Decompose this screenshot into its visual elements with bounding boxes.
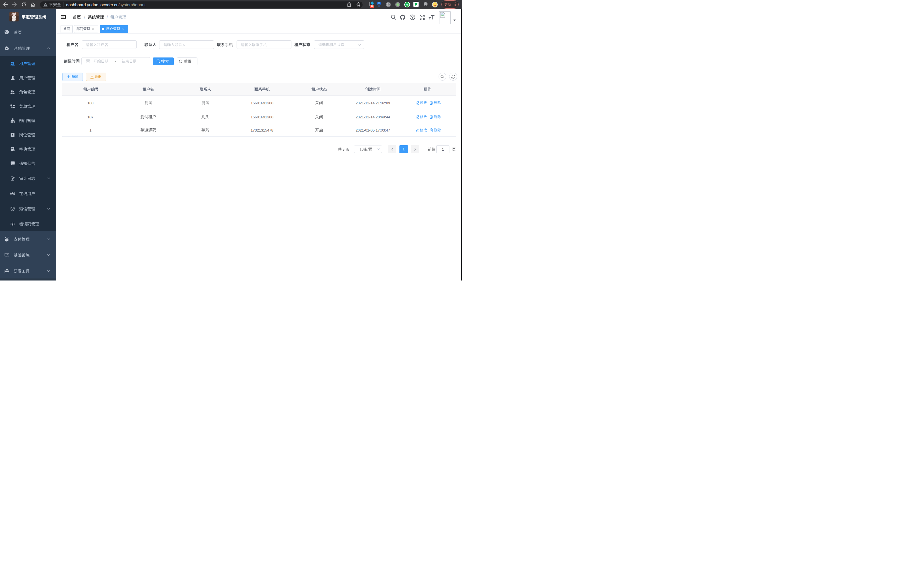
svg-text:10: 10: [371, 5, 374, 8]
svg-text:y: y: [406, 3, 408, 6]
